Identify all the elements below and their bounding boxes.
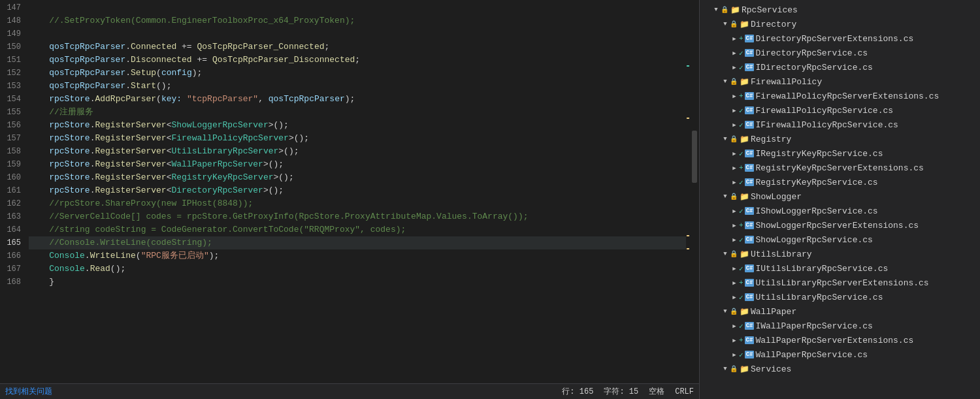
check-badge-5: ✓ <box>739 106 743 115</box>
code-lines[interactable]: //.SetProxyToken(Common.EngineerToolboxP… <box>26 0 686 383</box>
tree-item-cs-16[interactable]: ▶ ✓ C# IWallPaperRpcService.cs <box>700 319 980 333</box>
expand-icon-cs11: ▶ <box>730 221 739 230</box>
check-badge-13: ✓ <box>739 264 743 273</box>
status-right: 行: 165 字符: 15 空格 CRLF <box>562 386 694 397</box>
check-badge-9: ✓ <box>739 178 743 187</box>
status-left: 找到相关问题 <box>5 386 551 397</box>
folder-icon-svc: 📁 <box>739 364 749 374</box>
code-line: //ServerCellCode[] codes = rpcStore.GetP… <box>29 210 686 223</box>
code-line: rpcStore.RegisterServer<ShowLoggerRpcSer… <box>29 119 686 132</box>
code-line: } <box>29 276 686 289</box>
expand-icon-cs18: ▶ <box>730 350 739 359</box>
status-tab-info: 空格 <box>649 386 664 397</box>
tree-label-directory: Directory <box>751 20 796 29</box>
code-line: qosTcpRpcParser.Setup(config); <box>29 67 686 80</box>
status-char-info: 字符: 15 <box>604 386 638 397</box>
tree-item-showlogger[interactable]: ▼ 🔒 📁 ShowLogger <box>700 189 980 204</box>
expand-icon-cs2: ▶ <box>730 48 739 57</box>
tree-item-cs-6[interactable]: ▶ ✓ C# IFirewallPolicyRpcService.cs <box>700 118 980 132</box>
expand-icon-fw: ▼ <box>721 77 730 86</box>
indicator-orange-3 <box>687 248 689 249</box>
lock-icon-sl: 🔒 <box>730 193 738 200</box>
tree-label-4: FirewallPolicyRpcServerExtensions.cs <box>755 91 939 101</box>
tree-label-5: FirewallPolicyRpcService.cs <box>755 106 893 116</box>
tree-item-cs-2[interactable]: ▶ ✓ C# DirectoryRpcService.cs <box>700 46 980 60</box>
folder-icon-dir: 📁 <box>739 19 749 29</box>
code-line: //注册服务 <box>29 106 686 119</box>
add-badge-11: + <box>739 221 743 229</box>
folder-icon-fw: 📁 <box>739 76 749 87</box>
tree-item-registry[interactable]: ▼ 🔒 📁 Registry <box>700 132 980 146</box>
add-badge-8: + <box>739 164 743 172</box>
tree-item-directory[interactable]: ▼ 🔒 📁 Directory <box>700 17 980 31</box>
code-line: rpcStore.AddRpcParser(key: "tcpRpcParser… <box>29 93 686 106</box>
tree-item-cs-13[interactable]: ▶ ✓ C# IUtilsLibraryRpcService.cs <box>700 261 980 276</box>
scrollbar-thumb[interactable] <box>692 131 697 183</box>
code-line-highlighted: //Console.WriteLine(codeString); <box>29 236 686 249</box>
tree-item-firewall[interactable]: ▼ 🔒 📁 FirewallPolicy <box>700 74 980 89</box>
tree-item-cs-17[interactable]: ▶ + C# WallPaperRpcServerExtensions.cs <box>700 333 980 347</box>
tree-item-cs-11[interactable]: ▶ + C# ShowLoggerRpcServerExtensions.cs <box>700 218 980 232</box>
tree-item-wallpaper[interactable]: ▼ 🔒 📁 WallPaper <box>700 304 980 319</box>
expand-icon-reg: ▼ <box>721 135 730 144</box>
check-badge-6: ✓ <box>739 121 743 129</box>
tree-item-cs-3[interactable]: ▶ ✓ C# IDirectoryRpcService.cs <box>700 60 980 74</box>
tree-label-16: IWallPaperRpcService.cs <box>755 321 872 331</box>
tree-label-services: Services <box>751 364 791 374</box>
tree-label-17: WallPaperRpcServerExtensions.cs <box>755 336 913 345</box>
code-content: 147 148 149 150 151 152 153 154 155 156 … <box>0 0 699 383</box>
cs-badge-6: C# <box>745 121 755 129</box>
tree-label-rpcservices: RpcServices <box>742 5 798 15</box>
tree-label-9: RegistryKeyRpcService.cs <box>755 178 877 187</box>
tree-item-cs-14[interactable]: ▶ + C# UtilsLibraryRpcServerExtensions.c… <box>700 276 980 290</box>
expand-icon-cs15: ▶ <box>730 293 739 302</box>
lock-icon-wp: 🔒 <box>730 308 738 315</box>
tree-label-utils: UtilsLibrary <box>751 249 812 259</box>
tree-item-cs-7[interactable]: ▶ ✓ C# IRegistryKeyRpcService.cs <box>700 146 980 161</box>
tree-label-10: IShowLoggerRpcService.cs <box>755 206 877 216</box>
vertical-scrollbar[interactable] <box>690 0 699 383</box>
indicator-green-1 <box>687 65 689 67</box>
status-bar: 找到相关问题 行: 165 字符: 15 空格 CRLF <box>0 383 699 399</box>
tree-item-cs-9[interactable]: ▶ ✓ C# RegistryKeyRpcService.cs <box>700 175 980 189</box>
tree-item-utils[interactable]: ▼ 🔒 📁 UtilsLibrary <box>700 247 980 261</box>
tree-item-cs-12[interactable]: ▶ ✓ C# ShowLoggerRpcService.cs <box>700 232 980 247</box>
line-numbers: 147 148 149 150 151 152 153 154 155 156 … <box>0 0 26 383</box>
check-badge-15: ✓ <box>739 293 743 302</box>
expand-icon-cs14: ▶ <box>730 278 739 287</box>
check-badge-2: ✓ <box>739 49 743 57</box>
expand-icon: ▼ <box>711 5 721 14</box>
tree-item-cs-1[interactable]: ▶ + C# DirectoryRpcServerExtensions.cs <box>700 31 980 46</box>
tree-item-rpcservices[interactable]: ▼ 🔒 📁 RpcServices <box>700 3 980 17</box>
tree-item-cs-15[interactable]: ▶ ✓ C# UtilsLibraryRpcService.cs <box>700 290 980 304</box>
cs-badge-10: C# <box>745 207 755 215</box>
tree-item-cs-5[interactable]: ▶ ✓ C# FirewallPolicyRpcService.cs <box>700 103 980 118</box>
cs-badge-1: C# <box>745 35 755 42</box>
status-problems-link[interactable]: 找到相关问题 <box>5 386 52 397</box>
add-badge-1: + <box>739 35 743 42</box>
tree-item-cs-4[interactable]: ▶ + C# FirewallPolicyRpcServerExtensions… <box>700 89 980 103</box>
add-badge-14: + <box>739 279 743 287</box>
code-line: rpcStore.RegisterServer<RegistryKeyRpcSe… <box>29 171 686 184</box>
code-line: //.SetProxyToken(Common.EngineerToolboxP… <box>29 14 686 27</box>
tree-item-cs-8[interactable]: ▶ + C# RegistryKeyRpcServerExtensions.cs <box>700 161 980 175</box>
explorer-panel: ▼ 🔒 📁 RpcServices ▼ 🔒 📁 Directory ▶ + C#… <box>699 0 980 399</box>
lock-icon: 🔒 <box>721 6 728 14</box>
tree-label-15: UtilsLibraryRpcService.cs <box>755 293 883 302</box>
lock-icon-reg: 🔒 <box>730 135 738 143</box>
code-line: qosTcpRpcParser.Disconnected += QosTcpRp… <box>29 54 686 67</box>
expand-icon-cs4: ▶ <box>730 91 739 101</box>
tree-item-cs-10[interactable]: ▶ ✓ C# IShowLoggerRpcService.cs <box>700 204 980 218</box>
expand-icon-cs7: ▶ <box>730 149 739 158</box>
tree-item-services-partial[interactable]: ▼ 🔒 📁 Services <box>700 362 980 376</box>
code-line: qosTcpRpcParser.Connected += QosTcpRpcPa… <box>29 40 686 54</box>
tree-label-13: IUtilsLibraryRpcService.cs <box>755 264 888 274</box>
expand-icon-cs9: ▶ <box>730 178 739 187</box>
expand-icon-cs5: ▶ <box>730 106 739 115</box>
cs-badge-17: C# <box>745 336 755 344</box>
tree-item-cs-18[interactable]: ▶ ✓ C# WallPaperRpcService.cs <box>700 347 980 362</box>
folder-icon: 📁 <box>730 5 740 15</box>
tree-view[interactable]: ▼ 🔒 📁 RpcServices ▼ 🔒 📁 Directory ▶ + C#… <box>700 0 980 399</box>
cs-badge-9: C# <box>745 178 755 186</box>
expand-icon-dir: ▼ <box>721 20 730 29</box>
